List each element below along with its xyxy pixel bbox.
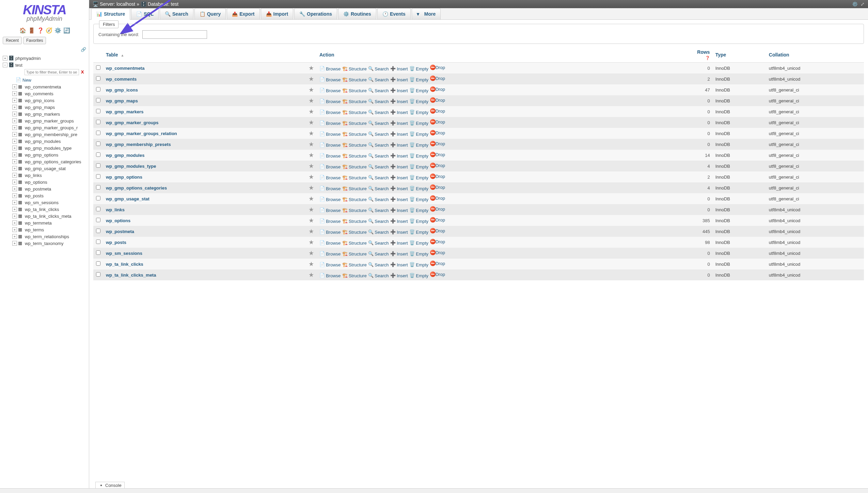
- table-name[interactable]: wp_commentmeta: [106, 66, 144, 71]
- tree-server[interactable]: + 🗄️ phpmyadmin: [1, 55, 89, 62]
- tree-table[interactable]: +▦wp_terms: [11, 226, 89, 233]
- table-name[interactable]: wp_gmp_icons: [106, 87, 138, 93]
- favorite-star-icon[interactable]: ★: [309, 239, 314, 246]
- favorite-star-icon[interactable]: ★: [309, 86, 314, 93]
- action-drop[interactable]: Drop: [430, 272, 445, 277]
- action-drop[interactable]: Drop: [430, 65, 445, 70]
- action-structure[interactable]: 🏗️Structure: [342, 262, 367, 267]
- row-checkbox[interactable]: [96, 131, 100, 135]
- help-icon[interactable]: ❓: [705, 56, 710, 60]
- table-name[interactable]: wp_gmp_markers: [106, 109, 144, 114]
- row-checkbox[interactable]: [96, 109, 100, 113]
- expand-icon[interactable]: +: [3, 56, 7, 61]
- collapse-icon[interactable]: −: [3, 63, 7, 67]
- action-structure[interactable]: 🏗️Structure: [342, 218, 367, 224]
- table-name[interactable]: wp_gmp_options_categories: [106, 185, 167, 191]
- home-icon[interactable]: 🏠: [19, 27, 26, 33]
- filter-input[interactable]: [142, 30, 207, 39]
- action-drop[interactable]: Drop: [430, 152, 445, 157]
- action-empty[interactable]: 🗑️Empty: [409, 218, 428, 224]
- tree-table[interactable]: +▦wp_sm_sessions: [11, 199, 89, 206]
- expand-icon[interactable]: +: [12, 227, 17, 232]
- action-insert[interactable]: ➕Insert: [390, 120, 408, 126]
- table-name[interactable]: wp_gmp_options: [106, 175, 142, 180]
- expand-icon[interactable]: +: [12, 220, 17, 225]
- action-search[interactable]: 🔍Search: [368, 175, 389, 180]
- expand-icon[interactable]: +: [12, 118, 17, 123]
- tab-query[interactable]: 📋Query: [194, 8, 226, 19]
- tree-table[interactable]: +▦wp_term_relationships: [11, 233, 89, 240]
- row-checkbox[interactable]: [96, 98, 100, 102]
- action-structure[interactable]: 🏗️Structure: [342, 131, 367, 137]
- row-checkbox[interactable]: [96, 76, 100, 81]
- action-insert[interactable]: ➕Insert: [390, 164, 408, 169]
- tree-table[interactable]: +▦wp_gmp_marker_groups: [11, 117, 89, 124]
- tree-table[interactable]: +▦wp_postmeta: [11, 185, 89, 192]
- breadcrumb-db[interactable]: test: [171, 1, 179, 7]
- table-name[interactable]: wp_gmp_modules_type: [106, 164, 156, 169]
- action-empty[interactable]: 🗑️Empty: [409, 120, 428, 126]
- action-search[interactable]: 🔍Search: [368, 229, 389, 235]
- favorite-star-icon[interactable]: ★: [309, 174, 314, 180]
- tree-table[interactable]: +▦wp_gmp_icons: [11, 97, 89, 104]
- expand-icon[interactable]: +: [12, 186, 17, 191]
- link-icon[interactable]: 🔗: [81, 47, 86, 52]
- row-checkbox[interactable]: [96, 120, 100, 124]
- action-empty[interactable]: 🗑️Empty: [409, 262, 428, 267]
- expand-icon[interactable]: +: [12, 180, 17, 184]
- expand-icon[interactable]: +: [12, 112, 17, 116]
- action-browse[interactable]: 📄Browse: [319, 88, 341, 93]
- action-insert[interactable]: ➕Insert: [390, 229, 408, 235]
- row-checkbox[interactable]: [96, 142, 100, 146]
- action-search[interactable]: 🔍Search: [368, 164, 389, 169]
- expand-icon[interactable]: +: [12, 234, 17, 239]
- action-insert[interactable]: ➕Insert: [390, 208, 408, 213]
- reload-icon[interactable]: 🔄: [63, 27, 69, 33]
- action-empty[interactable]: 🗑️Empty: [409, 164, 428, 169]
- action-structure[interactable]: 🏗️Structure: [342, 142, 367, 148]
- action-insert[interactable]: ➕Insert: [390, 110, 408, 115]
- action-insert[interactable]: ➕Insert: [390, 175, 408, 180]
- action-empty[interactable]: 🗑️Empty: [409, 229, 428, 235]
- action-search[interactable]: 🔍Search: [368, 240, 389, 246]
- tree-table[interactable]: +▦wp_gmp_usage_stat: [11, 165, 89, 172]
- tree-table[interactable]: +▦wp_gmp_modules: [11, 138, 89, 145]
- table-name[interactable]: wp_postmeta: [106, 229, 134, 234]
- action-empty[interactable]: 🗑️Empty: [409, 142, 428, 148]
- action-empty[interactable]: 🗑️Empty: [409, 153, 428, 159]
- action-empty[interactable]: 🗑️Empty: [409, 131, 428, 137]
- tree-table[interactable]: +▦wp_comments: [11, 90, 89, 97]
- row-checkbox[interactable]: [96, 261, 100, 266]
- action-insert[interactable]: ➕Insert: [390, 186, 408, 191]
- tree-table[interactable]: +▦wp_gmp_markers: [11, 111, 89, 117]
- action-drop[interactable]: Drop: [430, 119, 445, 125]
- tab-events[interactable]: 🕐Events: [377, 8, 411, 19]
- action-browse[interactable]: 📄Browse: [319, 186, 341, 191]
- row-checkbox[interactable]: [96, 196, 100, 200]
- action-browse[interactable]: 📄Browse: [319, 273, 341, 278]
- action-browse[interactable]: 📄Browse: [319, 175, 341, 180]
- action-insert[interactable]: ➕Insert: [390, 197, 408, 202]
- expand-icon[interactable]: +: [12, 173, 17, 178]
- table-name[interactable]: wp_gmp_marker_groups_relation: [106, 131, 177, 136]
- action-drop[interactable]: Drop: [430, 108, 445, 114]
- tree-table[interactable]: +▦wp_gmp_options_categories: [11, 158, 89, 165]
- expand-icon[interactable]: +: [12, 166, 17, 171]
- tree-table[interactable]: +▦wp_termmeta: [11, 219, 89, 226]
- horizontal-scrollbar[interactable]: [0, 488, 868, 493]
- expand-icon[interactable]: +: [12, 193, 17, 198]
- action-structure[interactable]: 🏗️Structure: [342, 77, 367, 82]
- row-checkbox[interactable]: [96, 174, 100, 179]
- favorite-star-icon[interactable]: ★: [309, 119, 314, 126]
- expand-icon[interactable]: +: [12, 241, 17, 246]
- action-browse[interactable]: 📄Browse: [319, 262, 341, 267]
- favorite-star-icon[interactable]: ★: [309, 195, 314, 202]
- tree-table[interactable]: +▦wp_gmp_maps: [11, 104, 89, 111]
- action-search[interactable]: 🔍Search: [368, 273, 389, 278]
- tree-filter-input[interactable]: [25, 69, 79, 75]
- favorite-star-icon[interactable]: ★: [309, 261, 314, 267]
- action-empty[interactable]: 🗑️Empty: [409, 251, 428, 257]
- action-structure[interactable]: 🏗️Structure: [342, 153, 367, 159]
- expand-icon[interactable]: +: [12, 125, 17, 130]
- table-name[interactable]: wp_gmp_membership_presets: [106, 142, 171, 147]
